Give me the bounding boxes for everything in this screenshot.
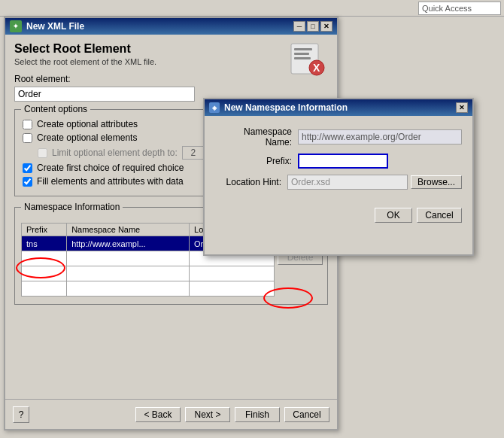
table-row[interactable] [22,281,275,297]
browse-button[interactable]: Browse... [411,175,462,189]
limit-depth-input [182,146,205,160]
prefix-input[interactable] [298,154,388,169]
ns-name-label: Namespace Name: [215,126,298,148]
first-choice-checkbox[interactable] [23,163,32,173]
optional-elements-checkbox[interactable] [23,133,32,143]
svg-text:X: X [313,62,320,74]
section-subtext: Select the root element of the XML file. [14,57,328,66]
next-button[interactable]: Next > [185,407,230,422]
first-choice-label: Create first choice of required choice [37,163,184,173]
main-dialog-title-buttons: ─ □ ✕ [293,21,332,32]
wizard-icon: X [290,41,326,77]
section-header: Select Root Element [14,42,328,56]
fill-data-checkbox[interactable] [23,177,32,187]
optional-elements-label: Create optional elements [37,132,137,143]
minimize-button[interactable]: ─ [293,21,305,32]
col-namespace: Namespace Name [67,224,190,236]
content-options-label: Content options [21,104,90,114]
main-dialog-icon: ✦ [10,20,22,32]
quick-access-label: Quick Access [422,4,472,13]
main-dialog-titlebar: ✦ New XML File ─ □ ✕ [5,18,337,35]
quick-access-box: Quick Access [418,2,501,15]
bottom-bar: ? < Back Next > Finish Cancel [5,399,337,429]
col-prefix: Prefix [22,224,67,236]
cell-namespace-0: http://www.exampl... [67,236,190,251]
optional-attrs-checkbox[interactable] [23,120,32,129]
location-hint-label: Location Hint: [215,177,287,187]
location-hint-row: Location Hint: Browse... [215,175,462,190]
ns-name-input[interactable] [298,129,462,144]
ns-dialog-titlebar: ◈ New Namespace Information ✕ [205,99,472,116]
ns-cancel-button[interactable]: Cancel [417,208,462,223]
ns-dialog-footer: OK Cancel [205,202,472,229]
cell-prefix-0: tns [22,236,67,251]
ns-name-row: Namespace Name: [215,126,462,148]
ns-dialog-close-button[interactable]: ✕ [456,102,468,113]
top-bar: Quick Access [0,0,504,17]
ns-dialog-icon: ◈ [209,102,220,113]
prefix-row: Prefix: [215,154,462,169]
bottom-left: ? [13,406,29,423]
ok-button[interactable]: OK [375,208,412,223]
close-button[interactable]: ✕ [320,21,332,32]
ns-dialog-title: New Namespace Information [224,102,456,113]
ns-dialog: ◈ New Namespace Information ✕ Namespace … [203,98,474,256]
ns-dialog-body: Namespace Name: Prefix: Location Hint: B… [205,116,472,202]
svg-rect-3 [294,57,311,59]
svg-rect-1 [294,48,312,50]
ns-info-label: Namespace Information [21,202,123,212]
help-button[interactable]: ? [13,406,29,423]
limit-depth-label: Limit optional element depth to: [52,148,178,158]
back-button[interactable]: < Back [135,407,181,422]
svg-rect-2 [294,53,309,55]
table-row[interactable] [22,266,275,281]
root-element-label: Root element: [14,74,328,84]
optional-attrs-label: Create optional attributes [37,119,138,129]
main-cancel-button[interactable]: Cancel [284,407,329,422]
maximize-button[interactable]: □ [307,21,319,32]
location-hint-input[interactable] [287,175,408,190]
limit-depth-checkbox[interactable] [38,148,47,158]
finish-button[interactable]: Finish [235,407,280,422]
bottom-right: < Back Next > Finish Cancel [135,407,329,422]
fill-data-label: Fill elements and attributes with data [37,176,184,187]
prefix-label: Prefix: [215,156,298,166]
main-dialog-title: New XML File [26,21,293,32]
root-element-input[interactable] [14,87,195,102]
